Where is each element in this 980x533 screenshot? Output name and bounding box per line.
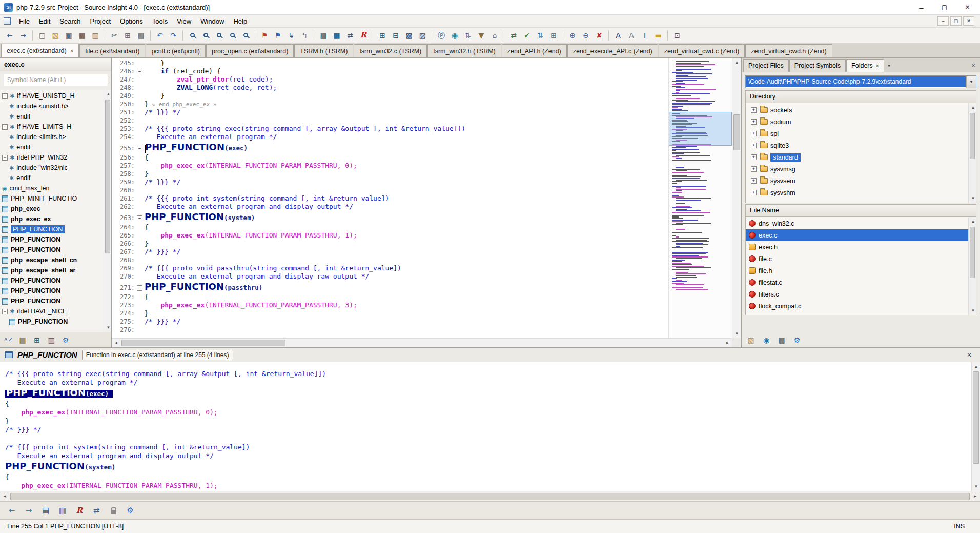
- symbol-list-icon[interactable]: ▤: [317, 29, 330, 42]
- browse-files-icon[interactable]: ▦: [330, 29, 343, 42]
- fold-icon[interactable]: −: [137, 69, 142, 74]
- scroll-down-icon[interactable]: [969, 194, 976, 203]
- line-number[interactable]: 248:: [112, 84, 136, 92]
- code-line[interactable]: 257: php_exec_ex(INTERNAL_FUNCTION_PARAM…: [112, 162, 668, 170]
- forward-icon[interactable]: →: [22, 504, 35, 517]
- code-line[interactable]: 247: zval_ptr_dtor(ret_code);: [112, 75, 668, 84]
- editor-tab[interactable]: tsrm_win32.h (TSRM): [427, 44, 501, 57]
- list-view-icon[interactable]: ▤: [16, 334, 29, 346]
- bookmark-toggle-icon[interactable]: ⚑: [271, 29, 284, 42]
- context-code-line[interactable]: Execute an external program */: [5, 378, 968, 387]
- code-line[interactable]: 248: ZVAL_LONG(ret_code, ret);: [112, 84, 668, 92]
- line-number[interactable]: 250:: [112, 100, 136, 108]
- line-number[interactable]: 251:: [112, 108, 136, 116]
- expand-icon[interactable]: +: [751, 154, 757, 160]
- context-code-line[interactable]: {: [5, 399, 968, 408]
- scrollbar-thumb[interactable]: [970, 227, 975, 278]
- scroll-right-icon[interactable]: [971, 492, 979, 501]
- lock-icon[interactable]: [107, 504, 120, 517]
- symbol-tree-scrollbar[interactable]: [104, 90, 111, 332]
- code-line[interactable]: 274:}: [112, 309, 668, 318]
- folder-sync-icon[interactable]: ▧: [745, 334, 757, 346]
- line-number[interactable]: 274:: [112, 309, 136, 318]
- panel-close-icon[interactable]: ×: [968, 59, 978, 72]
- line-number[interactable]: 271:: [112, 282, 136, 294]
- symbol-item[interactable]: php_escape_shell_cn: [0, 255, 104, 265]
- code-line[interactable]: 258:}: [112, 170, 668, 178]
- line-number[interactable]: 273:: [112, 301, 136, 309]
- folder-path-value[interactable]: \Code-Audit\PHP\PHP-Source-Code\php-7.2.…: [746, 76, 966, 87]
- editor-tab[interactable]: zend_execute_API.c (Zend): [567, 44, 658, 57]
- expand-icon[interactable]: +: [751, 143, 757, 148]
- editor-tab[interactable]: zend_virtual_cwd.h (Zend): [745, 44, 832, 57]
- editor-tab[interactable]: zend_virtual_cwd.c (Zend): [659, 44, 745, 57]
- code-line[interactable]: 267:/* }}} */: [112, 248, 668, 256]
- code-line[interactable]: 275:/* }}} */: [112, 318, 668, 326]
- panel-tab-project-files[interactable]: Project Files: [743, 59, 789, 72]
- menu-search[interactable]: Search: [55, 16, 85, 27]
- replace-icon[interactable]: [226, 29, 239, 42]
- scrollbar-thumb[interactable]: [10, 493, 970, 500]
- menu-view[interactable]: View: [172, 16, 196, 27]
- file-item[interactable]: exec.c: [746, 229, 976, 241]
- code-line[interactable]: 263:−PHP_FUNCTION(system): [112, 211, 668, 223]
- tab-list-chevron-icon[interactable]: ▾: [885, 59, 894, 72]
- directory-item[interactable]: +sysvmsg: [746, 163, 976, 175]
- redo-icon[interactable]: ↷: [167, 29, 180, 42]
- paste-icon[interactable]: ▤: [134, 29, 148, 42]
- code-line[interactable]: 265: php_exec_ex(INTERNAL_FUNCTION_PARAM…: [112, 231, 668, 240]
- symbol-item[interactable]: php_escape_shell_ar: [0, 265, 104, 275]
- new-file-icon[interactable]: ▢: [35, 29, 49, 42]
- editor-tab[interactable]: TSRM.h (TSRM): [294, 44, 353, 57]
- back-icon[interactable]: ←: [3, 29, 16, 42]
- symbol-item[interactable]: −✱if HAVE_LIMITS_H: [0, 122, 104, 132]
- symbol-item[interactable]: ◉cmd_max_len: [0, 183, 104, 193]
- save-all-icon[interactable]: ▦: [75, 29, 89, 42]
- reference-tree-icon[interactable]: ⇄: [343, 29, 357, 42]
- search-icon[interactable]: [186, 29, 199, 42]
- code-line[interactable]: 269:/* {{{ proto void passthru(string co…: [112, 264, 668, 272]
- scroll-up-icon[interactable]: [732, 58, 741, 67]
- link-icon[interactable]: ⇄: [90, 504, 103, 517]
- line-number[interactable]: 246:: [112, 67, 136, 75]
- directory-item[interactable]: +standard: [746, 151, 976, 163]
- scroll-down-icon[interactable]: [969, 306, 976, 315]
- settings-icon[interactable]: ⚙: [59, 334, 72, 346]
- project-window-icon[interactable]: ▩: [402, 29, 416, 42]
- symbol-window-icon[interactable]: ⊞: [376, 29, 389, 42]
- search-again-icon[interactable]: [239, 29, 252, 42]
- mdi-restore-icon[interactable]: ▢: [950, 16, 962, 26]
- book-icon[interactable]: ▥: [45, 334, 57, 346]
- context-window-icon[interactable]: ⊟: [389, 29, 402, 42]
- expand-icon[interactable]: +: [751, 178, 757, 184]
- check-icon[interactable]: ✔: [520, 29, 534, 42]
- context-hscrollbar[interactable]: [0, 491, 980, 501]
- line-number[interactable]: 252:: [112, 116, 136, 125]
- symbol-item[interactable]: PHP_MINIT_FUNCTIO: [0, 193, 104, 204]
- line-number[interactable]: 269:: [112, 264, 136, 272]
- mdi-close-icon[interactable]: ✕: [963, 16, 974, 26]
- remove-item-icon[interactable]: ⊖: [579, 29, 593, 42]
- cut-icon[interactable]: ✂: [108, 29, 121, 42]
- file-item[interactable]: filters.c: [746, 288, 976, 300]
- save-icon[interactable]: ▣: [62, 29, 75, 42]
- line-number[interactable]: 247:: [112, 75, 136, 84]
- line-number[interactable]: 272:: [112, 293, 136, 301]
- code-line[interactable]: 259:/* }}} */: [112, 178, 668, 186]
- context-close-icon[interactable]: ✕: [964, 351, 975, 359]
- folder-path-combobox[interactable]: \Code-Audit\PHP\PHP-Source-Code\php-7.2.…: [745, 75, 976, 88]
- code-line[interactable]: 256:{: [112, 153, 668, 162]
- line-number[interactable]: 268:: [112, 256, 136, 264]
- compare-icon[interactable]: ⇅: [461, 29, 475, 42]
- code-line[interactable]: 262: Execute an external program and dis…: [112, 203, 668, 211]
- line-number[interactable]: 266:: [112, 240, 136, 248]
- back-icon[interactable]: ←: [5, 504, 18, 517]
- line-number[interactable]: 263:: [112, 212, 136, 224]
- search-project-icon[interactable]: [212, 29, 226, 42]
- symbol-item[interactable]: −✱ifdef HAVE_NICE: [0, 306, 104, 317]
- editor-tab[interactable]: pcntl.c (ext\pcntl): [146, 44, 205, 57]
- line-number[interactable]: 257:: [112, 162, 136, 170]
- scroll-up-icon[interactable]: [969, 103, 976, 112]
- context-code-line[interactable]: /* {{{ proto string exec(string command …: [5, 369, 968, 378]
- line-number[interactable]: 254:: [112, 133, 136, 141]
